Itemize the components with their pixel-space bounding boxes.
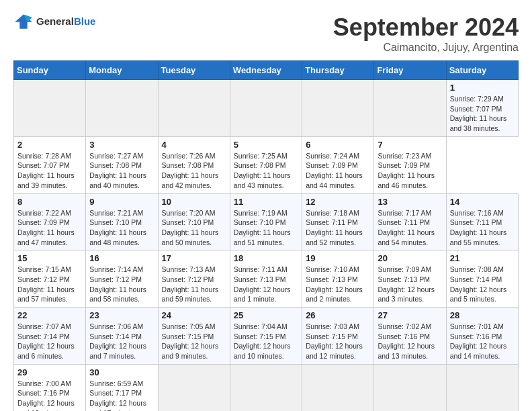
day-of-week-header: Sunday bbox=[14, 61, 86, 80]
calendar-subtitle: Caimancito, Jujuy, Argentina bbox=[333, 42, 519, 54]
day-number: 1 bbox=[450, 83, 515, 93]
calendar-day-cell: 23Sunrise: 7:06 AMSunset: 7:14 PMDayligh… bbox=[86, 308, 158, 365]
day-number: 17 bbox=[162, 253, 226, 263]
day-info: Sunrise: 7:17 AMSunset: 7:11 PMDaylight:… bbox=[378, 209, 435, 246]
day-info: Sunrise: 7:25 AMSunset: 7:08 PMDaylight:… bbox=[234, 152, 291, 189]
calendar-day-cell: 3Sunrise: 7:27 AMSunset: 7:08 PMDaylight… bbox=[86, 136, 158, 193]
day-info: Sunrise: 7:09 AMSunset: 7:13 PMDaylight:… bbox=[378, 265, 435, 303]
calendar-day-cell: 6Sunrise: 7:24 AMSunset: 7:09 PMDaylight… bbox=[302, 136, 374, 193]
day-number: 14 bbox=[450, 197, 515, 207]
calendar-day-cell: 20Sunrise: 7:09 AMSunset: 7:13 PMDayligh… bbox=[374, 250, 446, 308]
day-number: 23 bbox=[89, 310, 154, 320]
calendar-day-cell: 11Sunrise: 7:19 AMSunset: 7:10 PMDayligh… bbox=[230, 193, 302, 250]
day-number: 19 bbox=[306, 253, 370, 263]
day-number: 21 bbox=[450, 253, 515, 263]
day-info: Sunrise: 7:16 AMSunset: 7:11 PMDaylight:… bbox=[450, 209, 507, 246]
day-info: Sunrise: 7:26 AMSunset: 7:08 PMDaylight:… bbox=[162, 152, 219, 189]
calendar-day-cell: 29Sunrise: 7:00 AMSunset: 7:16 PMDayligh… bbox=[14, 364, 86, 411]
day-info: Sunrise: 7:14 AMSunset: 7:12 PMDaylight:… bbox=[89, 265, 146, 303]
calendar-day-cell: 21Sunrise: 7:08 AMSunset: 7:14 PMDayligh… bbox=[446, 250, 518, 308]
day-number: 10 bbox=[162, 197, 226, 207]
empty-cell bbox=[230, 80, 302, 137]
title-section: September 2024 Caimancito, Jujuy, Argent… bbox=[333, 13, 519, 54]
calendar-day-cell: 5Sunrise: 7:25 AMSunset: 7:08 PMDaylight… bbox=[230, 136, 302, 193]
calendar-day-cell: 16Sunrise: 7:14 AMSunset: 7:12 PMDayligh… bbox=[86, 250, 158, 308]
day-info: Sunrise: 6:59 AMSunset: 7:17 PMDaylight:… bbox=[89, 379, 146, 411]
day-of-week-header: Saturday bbox=[446, 61, 518, 80]
logo: GeneralBlue bbox=[13, 13, 95, 30]
day-info: Sunrise: 7:04 AMSunset: 7:15 PMDaylight:… bbox=[234, 322, 291, 360]
day-number: 18 bbox=[234, 253, 298, 263]
day-info: Sunrise: 7:08 AMSunset: 7:14 PMDaylight:… bbox=[450, 265, 507, 303]
day-info: Sunrise: 7:28 AMSunset: 7:07 PMDaylight:… bbox=[17, 152, 75, 189]
logo-text-general: General bbox=[36, 15, 74, 27]
calendar-week-row: 2Sunrise: 7:28 AMSunset: 7:07 PMDaylight… bbox=[14, 136, 519, 193]
calendar-day-cell bbox=[302, 364, 374, 411]
logo-icon bbox=[13, 13, 34, 30]
day-info: Sunrise: 7:20 AMSunset: 7:10 PMDaylight:… bbox=[162, 209, 219, 246]
day-info: Sunrise: 7:24 AMSunset: 7:09 PMDaylight:… bbox=[306, 152, 363, 189]
calendar-day-cell: 8Sunrise: 7:22 AMSunset: 7:09 PMDaylight… bbox=[14, 193, 86, 250]
calendar-day-cell bbox=[230, 364, 302, 411]
calendar-day-cell: 12Sunrise: 7:18 AMSunset: 7:11 PMDayligh… bbox=[302, 193, 374, 250]
day-info: Sunrise: 7:01 AMSunset: 7:16 PMDaylight:… bbox=[450, 322, 507, 360]
day-info: Sunrise: 7:07 AMSunset: 7:14 PMDaylight:… bbox=[17, 322, 75, 360]
calendar-day-cell: 10Sunrise: 7:20 AMSunset: 7:10 PMDayligh… bbox=[158, 193, 230, 250]
calendar-day-cell: 22Sunrise: 7:07 AMSunset: 7:14 PMDayligh… bbox=[14, 308, 86, 365]
day-of-week-header: Thursday bbox=[302, 61, 374, 80]
calendar-week-row: 8Sunrise: 7:22 AMSunset: 7:09 PMDaylight… bbox=[14, 193, 519, 250]
day-info: Sunrise: 7:23 AMSunset: 7:09 PMDaylight:… bbox=[378, 152, 435, 189]
day-of-week-header: Tuesday bbox=[158, 61, 230, 80]
day-number: 3 bbox=[89, 140, 154, 150]
day-number: 30 bbox=[89, 367, 154, 377]
calendar-week-row: 1Sunrise: 7:29 AMSunset: 7:07 PMDaylight… bbox=[14, 80, 519, 137]
calendar-body: 1Sunrise: 7:29 AMSunset: 7:07 PMDaylight… bbox=[14, 80, 519, 412]
calendar-day-cell: 9Sunrise: 7:21 AMSunset: 7:10 PMDaylight… bbox=[86, 193, 158, 250]
calendar-day-cell: 17Sunrise: 7:13 AMSunset: 7:12 PMDayligh… bbox=[158, 250, 230, 308]
day-of-week-header: Friday bbox=[374, 61, 446, 80]
calendar-day-cell: 27Sunrise: 7:02 AMSunset: 7:16 PMDayligh… bbox=[374, 308, 446, 365]
day-number: 2 bbox=[17, 140, 82, 150]
day-number: 5 bbox=[234, 140, 298, 150]
day-info: Sunrise: 7:22 AMSunset: 7:09 PMDaylight:… bbox=[17, 209, 75, 246]
calendar-table: SundayMondayTuesdayWednesdayThursdayFrid… bbox=[13, 60, 519, 411]
calendar-day-cell bbox=[446, 364, 518, 411]
day-info: Sunrise: 7:05 AMSunset: 7:15 PMDaylight:… bbox=[162, 322, 219, 360]
day-info: Sunrise: 7:00 AMSunset: 7:16 PMDaylight:… bbox=[17, 379, 75, 411]
day-number: 25 bbox=[234, 310, 298, 320]
calendar-day-cell: 1Sunrise: 7:29 AMSunset: 7:07 PMDaylight… bbox=[446, 80, 518, 137]
day-number: 11 bbox=[234, 197, 298, 207]
day-number: 9 bbox=[89, 197, 154, 207]
empty-cell bbox=[158, 80, 230, 137]
day-number: 24 bbox=[162, 310, 226, 320]
calendar-day-cell: 7Sunrise: 7:23 AMSunset: 7:09 PMDaylight… bbox=[374, 136, 446, 193]
day-info: Sunrise: 7:19 AMSunset: 7:10 PMDaylight:… bbox=[234, 209, 291, 246]
empty-cell bbox=[374, 80, 446, 137]
calendar-day-cell: 28Sunrise: 7:01 AMSunset: 7:16 PMDayligh… bbox=[446, 308, 518, 365]
day-info: Sunrise: 7:03 AMSunset: 7:15 PMDaylight:… bbox=[306, 322, 363, 360]
calendar-day-cell: 15Sunrise: 7:15 AMSunset: 7:12 PMDayligh… bbox=[14, 250, 86, 308]
day-info: Sunrise: 7:27 AMSunset: 7:08 PMDaylight:… bbox=[89, 152, 146, 189]
calendar-day-cell: 24Sunrise: 7:05 AMSunset: 7:15 PMDayligh… bbox=[158, 308, 230, 365]
day-number: 20 bbox=[378, 253, 442, 263]
day-number: 4 bbox=[162, 140, 226, 150]
calendar-day-cell: 26Sunrise: 7:03 AMSunset: 7:15 PMDayligh… bbox=[302, 308, 374, 365]
calendar-day-cell: 13Sunrise: 7:17 AMSunset: 7:11 PMDayligh… bbox=[374, 193, 446, 250]
day-number: 29 bbox=[17, 367, 82, 377]
calendar-day-cell bbox=[158, 364, 230, 411]
calendar-day-cell: 18Sunrise: 7:11 AMSunset: 7:13 PMDayligh… bbox=[230, 250, 302, 308]
empty-cell bbox=[302, 80, 374, 137]
day-number: 6 bbox=[306, 140, 370, 150]
day-info: Sunrise: 7:10 AMSunset: 7:13 PMDaylight:… bbox=[306, 265, 363, 303]
day-number: 27 bbox=[378, 310, 442, 320]
calendar-day-cell: 19Sunrise: 7:10 AMSunset: 7:13 PMDayligh… bbox=[302, 250, 374, 308]
day-info: Sunrise: 7:18 AMSunset: 7:11 PMDaylight:… bbox=[306, 209, 363, 246]
empty-cell bbox=[86, 80, 158, 137]
day-info: Sunrise: 7:15 AMSunset: 7:12 PMDaylight:… bbox=[17, 265, 75, 303]
calendar-day-cell: 14Sunrise: 7:16 AMSunset: 7:11 PMDayligh… bbox=[446, 193, 518, 250]
day-info: Sunrise: 7:13 AMSunset: 7:12 PMDaylight:… bbox=[162, 265, 219, 303]
calendar-day-cell bbox=[374, 364, 446, 411]
day-of-week-header: Monday bbox=[86, 61, 158, 80]
calendar-header-row: SundayMondayTuesdayWednesdayThursdayFrid… bbox=[14, 61, 519, 80]
calendar-day-cell: 25Sunrise: 7:04 AMSunset: 7:15 PMDayligh… bbox=[230, 308, 302, 365]
